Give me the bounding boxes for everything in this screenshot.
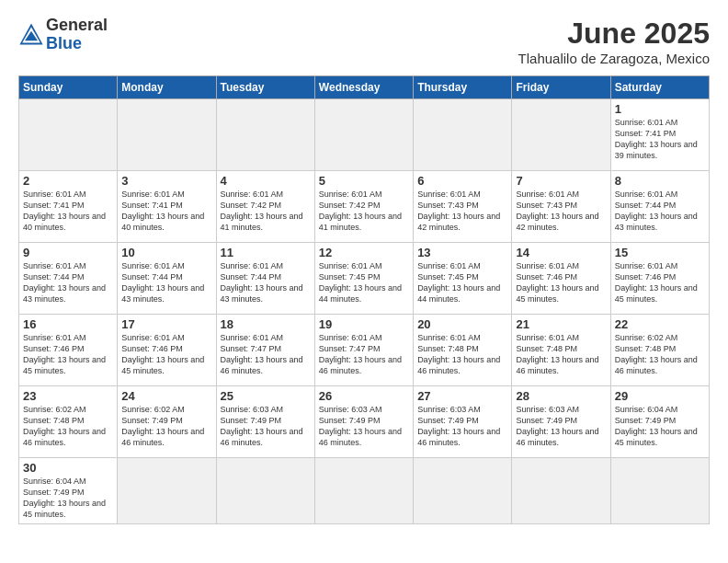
daylight-label: Daylight: 13 hours and 46 minutes. — [417, 355, 500, 375]
logo: General Blue — [18, 17, 108, 53]
daylight-label: Daylight: 13 hours and 45 minutes. — [121, 355, 204, 375]
sunset-label: Sunset: 7:47 PM — [319, 344, 381, 353]
daylight-label: Daylight: 13 hours and 46 minutes. — [319, 355, 402, 375]
table-row: 12 Sunrise: 6:01 AM Sunset: 7:45 PM Dayl… — [314, 243, 413, 315]
day-info: Sunrise: 6:04 AM Sunset: 7:49 PM Dayligh… — [615, 404, 705, 449]
table-row: 2 Sunrise: 6:01 AM Sunset: 7:41 PM Dayli… — [19, 171, 118, 243]
sunrise-label: Sunrise: 6:01 AM — [516, 190, 579, 199]
day-number: 30 — [23, 461, 113, 475]
table-row: 15 Sunrise: 6:01 AM Sunset: 7:46 PM Dayl… — [610, 243, 709, 315]
sunset-label: Sunset: 7:49 PM — [516, 416, 577, 425]
day-number: 13 — [417, 246, 507, 259]
table-row: 6 Sunrise: 6:01 AM Sunset: 7:43 PM Dayli… — [414, 171, 512, 243]
daylight-label: Daylight: 13 hours and 43 minutes. — [121, 283, 204, 304]
day-info: Sunrise: 6:02 AM Sunset: 7:49 PM Dayligh… — [121, 404, 211, 449]
day-info: Sunrise: 6:01 AM Sunset: 7:43 PM Dayligh… — [516, 189, 606, 234]
day-info: Sunrise: 6:01 AM Sunset: 7:41 PM Dayligh… — [121, 189, 211, 234]
day-info: Sunrise: 6:01 AM Sunset: 7:43 PM Dayligh… — [417, 189, 507, 234]
daylight-label: Daylight: 13 hours and 44 minutes. — [319, 283, 402, 304]
sunset-label: Sunset: 7:42 PM — [319, 201, 381, 210]
day-number: 19 — [319, 317, 409, 331]
sunset-label: Sunset: 7:49 PM — [615, 416, 677, 425]
daylight-label: Daylight: 13 hours and 46 minutes. — [121, 427, 204, 447]
sunrise-label: Sunrise: 6:01 AM — [319, 333, 382, 342]
logo-text: General Blue — [46, 17, 108, 53]
day-number: 27 — [417, 389, 507, 403]
daylight-label: Daylight: 13 hours and 39 minutes. — [615, 140, 698, 160]
day-number: 29 — [615, 389, 705, 403]
table-row: 20 Sunrise: 6:01 AM Sunset: 7:48 PM Dayl… — [414, 315, 512, 386]
sunset-label: Sunset: 7:46 PM — [121, 344, 183, 353]
col-friday: Friday — [512, 76, 610, 99]
sunrise-label: Sunrise: 6:01 AM — [23, 333, 86, 342]
daylight-label: Daylight: 13 hours and 43 minutes. — [23, 283, 106, 304]
sunset-label: Sunset: 7:43 PM — [417, 201, 479, 210]
daylight-label: Daylight: 13 hours and 45 minutes. — [23, 499, 106, 519]
sunrise-label: Sunrise: 6:01 AM — [417, 333, 481, 342]
table-row: 27 Sunrise: 6:03 AM Sunset: 7:49 PM Dayl… — [414, 386, 512, 458]
day-info: Sunrise: 6:01 AM Sunset: 7:46 PM Dayligh… — [23, 332, 113, 377]
day-info: Sunrise: 6:01 AM Sunset: 7:44 PM Dayligh… — [23, 260, 113, 305]
calendar-week-2: 9 Sunrise: 6:01 AM Sunset: 7:44 PM Dayli… — [19, 243, 710, 315]
daylight-label: Daylight: 13 hours and 45 minutes. — [516, 283, 598, 304]
day-number: 16 — [23, 317, 113, 331]
table-row: 13 Sunrise: 6:01 AM Sunset: 7:45 PM Dayl… — [414, 243, 512, 315]
sunset-label: Sunset: 7:47 PM — [221, 344, 282, 353]
sunrise-label: Sunrise: 6:02 AM — [121, 405, 185, 414]
header: General Blue June 2025 Tlahualilo de Zar… — [18, 17, 710, 66]
sunset-label: Sunset: 7:44 PM — [23, 272, 85, 282]
table-row: 14 Sunrise: 6:01 AM Sunset: 7:46 PM Dayl… — [512, 243, 610, 315]
sunrise-label: Sunrise: 6:01 AM — [516, 261, 579, 270]
day-info: Sunrise: 6:01 AM Sunset: 7:44 PM Dayligh… — [121, 260, 211, 305]
table-row: 26 Sunrise: 6:03 AM Sunset: 7:49 PM Dayl… — [314, 386, 413, 458]
sunrise-label: Sunrise: 6:01 AM — [221, 261, 284, 270]
daylight-label: Daylight: 13 hours and 45 minutes. — [615, 283, 698, 304]
day-info: Sunrise: 6:02 AM Sunset: 7:48 PM Dayligh… — [615, 332, 705, 377]
table-row — [610, 458, 709, 524]
day-info: Sunrise: 6:01 AM Sunset: 7:42 PM Dayligh… — [319, 189, 409, 234]
calendar-week-5: 30 Sunrise: 6:04 AM Sunset: 7:49 PM Dayl… — [19, 458, 710, 524]
day-number: 15 — [615, 246, 705, 259]
day-info: Sunrise: 6:01 AM Sunset: 7:41 PM Dayligh… — [23, 189, 113, 234]
daylight-label: Daylight: 13 hours and 46 minutes. — [221, 427, 303, 447]
daylight-label: Daylight: 13 hours and 46 minutes. — [417, 427, 500, 447]
table-row: 16 Sunrise: 6:01 AM Sunset: 7:46 PM Dayl… — [19, 315, 118, 386]
table-row: 19 Sunrise: 6:01 AM Sunset: 7:47 PM Dayl… — [314, 315, 413, 386]
day-number: 24 — [121, 389, 211, 403]
day-info: Sunrise: 6:01 AM Sunset: 7:48 PM Dayligh… — [417, 332, 507, 377]
sunset-label: Sunset: 7:49 PM — [23, 488, 85, 497]
sunrise-label: Sunrise: 6:01 AM — [615, 190, 678, 199]
table-row — [314, 458, 413, 524]
sunset-label: Sunset: 7:48 PM — [615, 344, 677, 353]
day-info: Sunrise: 6:01 AM Sunset: 7:46 PM Dayligh… — [615, 260, 705, 305]
sunset-label: Sunset: 7:43 PM — [516, 201, 577, 210]
calendar-table: Sunday Monday Tuesday Wednesday Thursday… — [18, 75, 710, 524]
day-info: Sunrise: 6:01 AM Sunset: 7:47 PM Dayligh… — [319, 332, 409, 377]
sunrise-label: Sunrise: 6:01 AM — [121, 190, 185, 199]
sunset-label: Sunset: 7:41 PM — [23, 201, 85, 210]
calendar-week-0: 1 Sunrise: 6:01 AM Sunset: 7:41 PM Dayli… — [19, 99, 710, 171]
table-row: 23 Sunrise: 6:02 AM Sunset: 7:48 PM Dayl… — [19, 386, 118, 458]
sunrise-label: Sunrise: 6:03 AM — [319, 405, 382, 414]
day-info: Sunrise: 6:01 AM Sunset: 7:44 PM Dayligh… — [221, 260, 311, 305]
day-info: Sunrise: 6:02 AM Sunset: 7:48 PM Dayligh… — [23, 404, 113, 449]
day-number: 14 — [516, 246, 606, 259]
daylight-label: Daylight: 13 hours and 41 minutes. — [221, 212, 303, 232]
day-number: 18 — [221, 317, 311, 331]
col-thursday: Thursday — [414, 76, 512, 99]
table-row: 10 Sunrise: 6:01 AM Sunset: 7:44 PM Dayl… — [118, 243, 216, 315]
day-info: Sunrise: 6:04 AM Sunset: 7:49 PM Dayligh… — [23, 476, 113, 521]
table-row: 22 Sunrise: 6:02 AM Sunset: 7:48 PM Dayl… — [610, 315, 709, 386]
sunrise-label: Sunrise: 6:01 AM — [221, 333, 284, 342]
day-info: Sunrise: 6:01 AM Sunset: 7:46 PM Dayligh… — [516, 260, 606, 305]
calendar-week-1: 2 Sunrise: 6:01 AM Sunset: 7:41 PM Dayli… — [19, 171, 710, 243]
table-row — [118, 99, 216, 171]
day-info: Sunrise: 6:03 AM Sunset: 7:49 PM Dayligh… — [417, 404, 507, 449]
table-row — [414, 99, 512, 171]
sunrise-label: Sunrise: 6:04 AM — [615, 405, 678, 414]
sunset-label: Sunset: 7:46 PM — [615, 272, 677, 282]
sunset-label: Sunset: 7:45 PM — [319, 272, 381, 282]
sunrise-label: Sunrise: 6:01 AM — [417, 261, 481, 270]
day-info: Sunrise: 6:03 AM Sunset: 7:49 PM Dayligh… — [221, 404, 311, 449]
day-info: Sunrise: 6:01 AM Sunset: 7:42 PM Dayligh… — [221, 189, 311, 234]
